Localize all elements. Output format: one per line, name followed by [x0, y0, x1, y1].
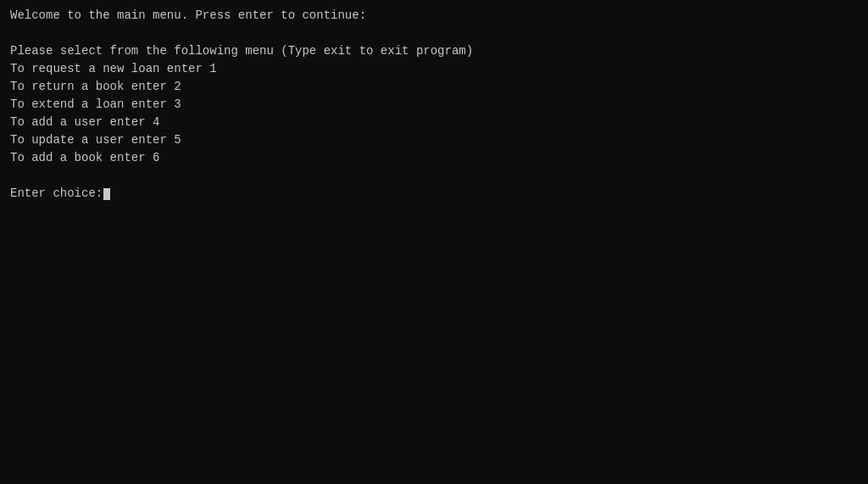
terminal-window[interactable]: Welcome to the main menu. Press enter to… [0, 0, 868, 484]
menu-item-4: To add a user enter 4 [10, 114, 858, 131]
welcome-line: Welcome to the main menu. Press enter to… [10, 7, 858, 25]
menu-item-6: To add a book enter 6 [10, 149, 858, 167]
menu-item-1: To request a new loan enter 1 [10, 60, 858, 78]
menu-item-3: To extend a loan enter 3 [10, 96, 858, 114]
prompt-line[interactable]: Enter choice: [10, 185, 858, 203]
empty-line-2 [10, 167, 858, 185]
prompt-text: Enter choice: [10, 185, 103, 203]
menu-item-5: To update a user enter 5 [10, 131, 858, 149]
menu-item-2: To return a book enter 2 [10, 78, 858, 96]
menu-header: Please select from the following menu (T… [10, 42, 858, 60]
empty-line-1 [10, 25, 858, 42]
cursor [103, 188, 110, 200]
